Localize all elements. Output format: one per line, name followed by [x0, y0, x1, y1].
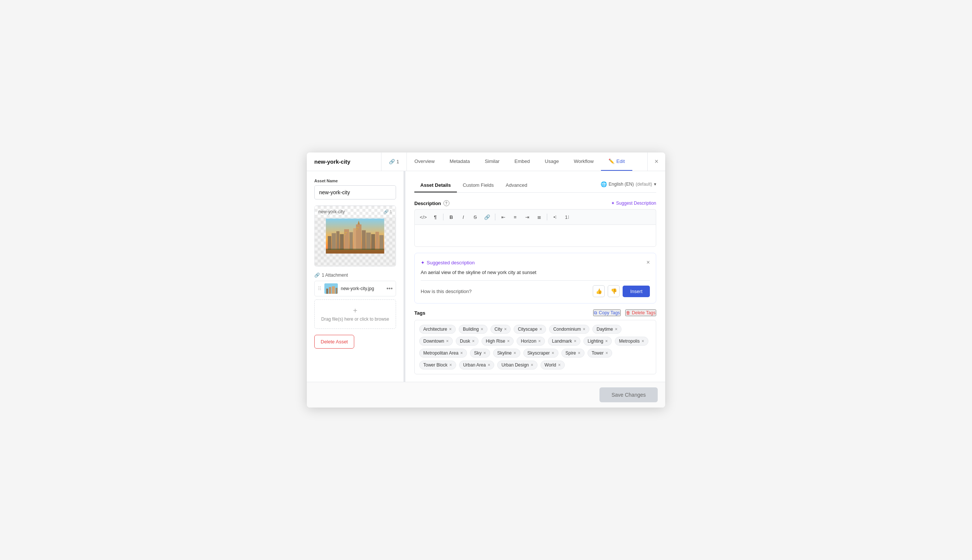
- tag-label: Daytime: [597, 327, 613, 332]
- tag-remove-button[interactable]: ×: [483, 351, 486, 355]
- tab-embed[interactable]: Embed: [507, 152, 537, 171]
- tag-remove-button[interactable]: ×: [449, 363, 452, 367]
- tag-label: Metropolitan Area: [423, 350, 458, 356]
- asset-name-input[interactable]: [314, 185, 396, 200]
- close-button[interactable]: ×: [647, 152, 665, 171]
- tab-overview[interactable]: Overview: [407, 152, 442, 171]
- attach-tab-count: 1: [396, 159, 399, 164]
- asset-name-label: Asset Name: [314, 178, 396, 183]
- svg-rect-24: [329, 287, 331, 294]
- tag-remove-button[interactable]: ×: [481, 327, 483, 332]
- tag-remove-button[interactable]: ×: [578, 351, 581, 355]
- tag-remove-button[interactable]: ×: [449, 327, 452, 332]
- toolbar-bold-btn[interactable]: B: [446, 212, 457, 222]
- tag-remove-button[interactable]: ×: [538, 339, 541, 343]
- toolbar-code-btn[interactable]: </>: [418, 212, 429, 222]
- thumbs-down-button[interactable]: 👎: [608, 285, 620, 297]
- nyc-skyline-svg: [326, 215, 384, 257]
- tag-remove-button[interactable]: ×: [507, 339, 510, 343]
- description-section: Description ? ✦ Suggest Description </> …: [414, 200, 656, 310]
- toolbar-sep-3: [547, 213, 547, 220]
- description-editor[interactable]: [414, 225, 656, 247]
- tag-item: Dusk×: [456, 337, 478, 346]
- modal: new-york-city 🔗 1 Overview Metadata Simi…: [307, 152, 665, 408]
- tag-label: Urban Area: [463, 362, 486, 368]
- tag-item: Skyscraper×: [523, 348, 559, 358]
- attachment-item: ⠿ new-york-city.jpg •••: [314, 281, 396, 297]
- insert-button[interactable]: Insert: [622, 286, 650, 297]
- toolbar-align-right-btn[interactable]: ⇥: [522, 212, 533, 222]
- tag-remove-button[interactable]: ×: [574, 339, 576, 343]
- tag-item: Horizon×: [517, 337, 545, 346]
- tag-remove-button[interactable]: ×: [472, 339, 474, 343]
- suggest-close-button[interactable]: ×: [646, 259, 650, 266]
- tab-metadata[interactable]: Metadata: [442, 152, 477, 171]
- toolbar-strikethrough-btn[interactable]: S: [470, 212, 481, 222]
- tag-remove-button[interactable]: ×: [539, 327, 542, 332]
- tags-container: Architecture×Building×City×Cityscape×Con…: [414, 320, 656, 374]
- tag-remove-button[interactable]: ×: [558, 363, 560, 367]
- asset-title: new-york-city: [314, 158, 351, 165]
- tag-label: Horizon: [521, 338, 536, 344]
- tag-remove-button[interactable]: ×: [504, 327, 507, 332]
- svg-rect-23: [326, 288, 328, 294]
- tab-edit[interactable]: ✏️ Edit: [601, 152, 632, 171]
- tag-label: Dusk: [460, 338, 470, 344]
- svg-rect-6: [350, 232, 353, 250]
- save-changes-button[interactable]: Save Changes: [599, 387, 658, 402]
- copy-icon: ⧉: [594, 310, 597, 315]
- tag-remove-button[interactable]: ×: [531, 363, 534, 367]
- toolbar-ol-btn[interactable]: 1⁝: [561, 212, 572, 222]
- language-selector[interactable]: 🌐 English (EN) (default) ▾: [601, 181, 656, 190]
- toolbar-align-left-btn[interactable]: ⇤: [498, 212, 509, 222]
- tag-item: Cityscape×: [514, 325, 546, 334]
- tag-item: Architecture×: [419, 325, 456, 334]
- tag-label: Skyscraper: [527, 350, 550, 356]
- svg-rect-16: [346, 232, 347, 233]
- svg-rect-12: [371, 234, 375, 250]
- toolbar-align-center-btn[interactable]: ≡: [510, 212, 521, 222]
- thumb-svg: [325, 283, 338, 294]
- delete-tags-button[interactable]: 🗑 Delete Tags: [625, 310, 656, 316]
- tag-remove-button[interactable]: ×: [606, 351, 608, 355]
- tag-remove-button[interactable]: ×: [642, 339, 644, 343]
- tag-remove-button[interactable]: ×: [460, 351, 463, 355]
- attachment-more-button[interactable]: •••: [386, 285, 393, 292]
- description-info-icon[interactable]: ?: [443, 200, 449, 206]
- sub-tab-advanced[interactable]: Advanced: [500, 178, 534, 192]
- description-header: Description ? ✦ Suggest Description: [414, 200, 656, 206]
- tag-item: Spire×: [561, 348, 584, 358]
- delete-asset-button[interactable]: Delete Asset: [314, 335, 354, 348]
- attach-thumbnail: [325, 283, 338, 294]
- toolbar-paragraph-btn[interactable]: ¶: [430, 212, 441, 222]
- tab-usage[interactable]: Usage: [537, 152, 567, 171]
- svg-rect-4: [340, 234, 344, 250]
- tab-workflow[interactable]: Workflow: [566, 152, 601, 171]
- tag-item: Tower×: [587, 348, 612, 358]
- tag-remove-button[interactable]: ×: [605, 339, 608, 343]
- right-panel: Asset Details Custom Fields Advanced 🌐 E…: [405, 171, 665, 382]
- thumbs-up-button[interactable]: 👍: [593, 285, 605, 297]
- tag-remove-button[interactable]: ×: [487, 363, 490, 367]
- suggest-description-button[interactable]: ✦ Suggest Description: [611, 201, 656, 206]
- tag-remove-button[interactable]: ×: [583, 327, 585, 332]
- tag-remove-button[interactable]: ×: [514, 351, 516, 355]
- copy-tags-button[interactable]: ⧉ Copy Tags: [593, 310, 621, 316]
- toolbar-link-btn[interactable]: 🔗: [482, 212, 493, 222]
- drag-drop-area[interactable]: + Drag file(s) here or click to browse: [314, 299, 396, 329]
- drag-handle-icon[interactable]: ⠿: [318, 286, 321, 292]
- tabs-area: Overview Metadata Similar Embed Usage Wo…: [407, 152, 647, 171]
- tag-remove-button[interactable]: ×: [552, 351, 554, 355]
- tab-similar[interactable]: Similar: [477, 152, 507, 171]
- sub-tab-asset-details[interactable]: Asset Details: [414, 178, 457, 192]
- attach-tab[interactable]: 🔗 1: [381, 152, 407, 171]
- toolbar-italic-btn[interactable]: I: [458, 212, 469, 222]
- suggest-card-header: ✦ Suggested description ×: [421, 259, 650, 266]
- toolbar-ul-btn[interactable]: •⁝: [549, 212, 560, 222]
- sub-tab-custom-fields[interactable]: Custom Fields: [457, 178, 500, 192]
- tag-remove-button[interactable]: ×: [615, 327, 617, 332]
- toolbar-align-justify-btn[interactable]: ≣: [534, 212, 545, 222]
- tag-item: Metropolitan Area×: [419, 348, 467, 358]
- modal-header: new-york-city 🔗 1 Overview Metadata Simi…: [307, 152, 665, 171]
- tag-remove-button[interactable]: ×: [446, 339, 449, 343]
